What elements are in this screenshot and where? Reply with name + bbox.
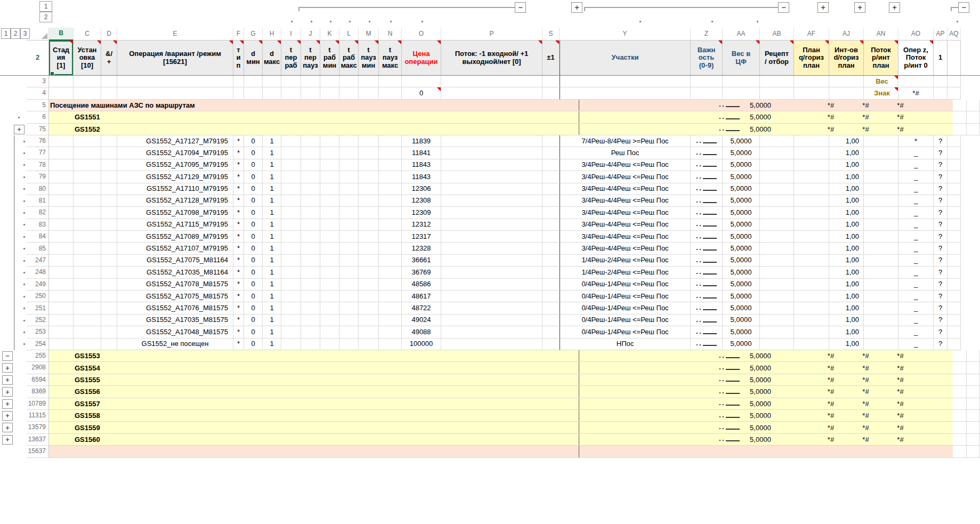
cell-AJ-75[interactable]: *#	[848, 124, 883, 135]
cell-J-248[interactable]	[301, 267, 320, 278]
cell-S-85[interactable]	[542, 243, 560, 254]
cell-J-84[interactable]	[301, 231, 320, 243]
column-outline-level-button-1[interactable]: 1	[39, 1, 52, 12]
cell-L-80[interactable]	[339, 183, 359, 195]
cell-AQ-78[interactable]	[947, 159, 961, 171]
cell-K-80[interactable]	[320, 183, 339, 195]
column-header-M[interactable]: t пауз мин	[359, 41, 379, 75]
cell-AJ-247[interactable]: 1,00	[829, 255, 864, 267]
cell-S-247[interactable]	[542, 255, 560, 267]
cell-Y-253[interactable]: 0/4Реш-1/4Реш <=Реш Пос	[560, 326, 691, 338]
cell-C-8369[interactable]: GS1556	[75, 386, 234, 397]
cell-B-80[interactable]	[49, 183, 74, 195]
cell-K-81[interactable]	[320, 195, 339, 207]
cell-Z-11315[interactable]	[710, 410, 740, 421]
cell-H-252[interactable]: 1	[263, 315, 281, 326]
cell-M-253[interactable]	[359, 326, 379, 338]
cell-M-247[interactable]	[359, 255, 379, 267]
cell-J-81[interactable]	[301, 195, 320, 207]
cell-N-250[interactable]	[379, 291, 402, 302]
cell-D-80[interactable]	[101, 183, 117, 195]
merged-range-13637[interactable]: GS15605,0000*#*#*#	[49, 434, 953, 446]
cell-G-80[interactable]: 0	[244, 183, 263, 195]
cell-Y-250[interactable]: 0/4Реш-1/4Реш <=Реш Пос	[560, 291, 691, 302]
outline-expand-button[interactable]: +	[2, 363, 13, 373]
cell-N-83[interactable]	[379, 219, 402, 231]
cell-AP-3[interactable]	[934, 76, 947, 87]
cell-S-84[interactable]	[542, 231, 560, 243]
column-header-N[interactable]: t пауз макс	[379, 41, 402, 75]
cell-Z-80[interactable]	[691, 183, 723, 195]
cell-C-10789[interactable]: GS1557	[75, 398, 234, 409]
cell-AO-247[interactable]: _	[898, 255, 934, 267]
cell-P-247[interactable]	[441, 255, 542, 267]
cell-AP-2908[interactable]	[953, 362, 967, 374]
cell-K-250[interactable]	[320, 291, 339, 302]
cell-P-85[interactable]	[441, 243, 542, 254]
cell-S-250[interactable]	[542, 291, 560, 302]
cell-AO-79[interactable]: _	[898, 171, 934, 183]
cell-F-253[interactable]: *	[233, 326, 244, 338]
cell-J-76[interactable]	[301, 135, 320, 147]
cell-S-249[interactable]	[542, 279, 560, 291]
cell-AN-250[interactable]	[864, 291, 898, 302]
cell-AN-85[interactable]	[864, 243, 898, 254]
cell-O-81[interactable]: 12308	[402, 195, 441, 207]
cell-AB-252[interactable]	[760, 315, 794, 326]
cell-Y-249[interactable]: 0/4Реш-1/4Реш <=Реш Пос	[560, 279, 691, 291]
cell-AN-11315[interactable]: *#	[883, 410, 918, 421]
cell-J-250[interactable]	[301, 291, 320, 302]
row-header-248[interactable]: 248	[27, 267, 49, 278]
cell-M-82[interactable]	[359, 207, 379, 219]
cell-C-6594[interactable]: GS1555	[75, 374, 234, 385]
column-letter-C[interactable]: C	[74, 28, 101, 41]
cell-D-249[interactable]	[101, 279, 117, 291]
cell-C-75[interactable]: GS1552	[75, 124, 234, 135]
column-header-K[interactable]: t раб мин	[320, 41, 339, 75]
row-header-82[interactable]: 82	[27, 207, 49, 219]
cell-C-254[interactable]	[74, 338, 101, 350]
cell-F-76[interactable]: *	[233, 135, 244, 147]
column-header-H[interactable]: d макс	[263, 41, 281, 75]
cell-G-247[interactable]: 0	[244, 255, 263, 267]
cell-I-4[interactable]	[281, 87, 301, 99]
cell-AN-81[interactable]	[864, 195, 898, 207]
column-outline-level-button-2[interactable]: 2	[39, 12, 52, 22]
cell-D-3[interactable]	[101, 76, 117, 87]
cell-AP-77[interactable]: ?	[934, 147, 947, 159]
cell-AQ-255[interactable]	[967, 350, 980, 362]
cell-K-251[interactable]	[320, 302, 339, 314]
cell-AP-5[interactable]	[953, 100, 967, 111]
cell-AP-8369[interactable]	[953, 386, 967, 398]
cell-Z-3[interactable]	[691, 76, 723, 87]
cell-AB-82[interactable]	[760, 207, 794, 219]
cell-B-76[interactable]	[49, 135, 74, 147]
cell-P-249[interactable]	[441, 279, 542, 291]
cell-J-3[interactable]	[301, 76, 320, 87]
cell-AB-77[interactable]	[760, 147, 794, 159]
cell-E-254[interactable]: GS1552_не посещен	[117, 338, 233, 350]
cell-G-76[interactable]: 0	[244, 135, 263, 147]
cell-I-85[interactable]	[281, 243, 301, 254]
cell-H-84[interactable]: 1	[263, 231, 281, 243]
cell-O-247[interactable]: 36661	[402, 255, 441, 267]
cell-AA-13637[interactable]: 5,0000	[742, 434, 779, 445]
column-header-L[interactable]: t раб макс	[339, 41, 359, 75]
column-header-S[interactable]: ±1	[542, 41, 560, 75]
cell-AB-4[interactable]	[760, 87, 794, 99]
cell-N-249[interactable]	[379, 279, 402, 291]
cell-B-253[interactable]	[49, 326, 74, 338]
cell-AQ-6[interactable]	[967, 111, 980, 123]
cell-AF-76[interactable]	[794, 135, 829, 147]
cell-O-253[interactable]: 49088	[402, 326, 441, 338]
cell-AB-81[interactable]	[760, 195, 794, 207]
cell-P-250[interactable]	[441, 291, 542, 302]
cell-AQ-10789[interactable]	[967, 398, 980, 410]
cell-Z-8369[interactable]	[710, 386, 740, 397]
cell-O-77[interactable]: 11841	[402, 147, 441, 159]
cell-C-6[interactable]: GS1551	[75, 111, 234, 123]
cell-AF-85[interactable]	[794, 243, 829, 254]
outline-expand-button[interactable]: +	[889, 2, 900, 13]
column-letter-AQ[interactable]: AQ	[947, 28, 961, 41]
cell-AQ-81[interactable]	[947, 195, 961, 207]
